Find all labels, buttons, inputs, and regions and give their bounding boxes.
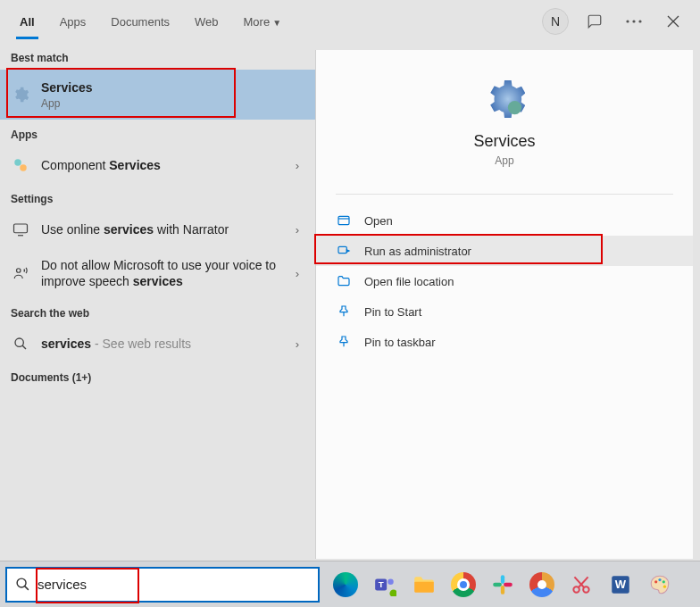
chevron-right-icon: › (290, 337, 304, 351)
action-label: Pin to Start (364, 305, 421, 319)
result-title: Component Services (41, 157, 283, 173)
svg-point-34 (658, 578, 661, 580)
taskbar-word-icon[interactable]: W (604, 568, 638, 602)
svg-point-1 (632, 20, 635, 22)
monitor-icon (11, 220, 30, 239)
pin-icon (336, 304, 352, 320)
open-icon (336, 212, 352, 229)
action-label: Open (364, 214, 393, 228)
search-tabs: All Apps Documents Web More▼ N (0, 0, 700, 43)
svg-point-12 (508, 101, 521, 114)
svg-point-2 (638, 20, 641, 22)
result-subtitle: App (41, 97, 297, 110)
action-run-admin[interactable]: Run as administrator (316, 236, 693, 266)
taskbar-paint-icon[interactable] (643, 568, 677, 602)
svg-point-5 (14, 159, 21, 166)
svg-rect-25 (501, 586, 504, 595)
svg-rect-13 (338, 216, 349, 224)
search-icon (11, 334, 30, 353)
results-panel: Best match Services App Apps Component S… (0, 43, 315, 559)
taskbar: T W (0, 561, 700, 607)
svg-point-0 (626, 20, 629, 22)
result-title: Do not allow Microsoft to use your voice… (41, 257, 283, 289)
svg-rect-23 (501, 575, 504, 584)
admin-shield-icon (336, 243, 352, 259)
action-pin-start[interactable]: Pin to Start (316, 296, 693, 327)
tab-web[interactable]: Web (182, 4, 231, 39)
svg-rect-15 (338, 246, 346, 253)
chevron-down-icon: ▼ (272, 18, 281, 28)
action-label: Run as administrator (364, 245, 471, 258)
chevron-right-icon: › (290, 267, 304, 280)
taskbar-chrome-canary-icon[interactable] (525, 568, 559, 602)
divider (336, 194, 673, 195)
taskbar-chrome-icon[interactable] (446, 568, 480, 602)
result-title: Use online services with Narrator (41, 221, 283, 237)
svg-line-11 (22, 345, 26, 349)
section-web: Search the web (0, 298, 315, 325)
result-services-app[interactable]: Services App (0, 70, 315, 120)
tab-apps[interactable]: Apps (47, 4, 99, 39)
svg-text:T: T (379, 579, 384, 589)
component-services-icon (11, 155, 30, 175)
svg-point-33 (654, 580, 657, 583)
tab-documents[interactable]: Documents (98, 4, 182, 39)
svg-text:W: W (615, 578, 627, 591)
taskbar-explorer-icon[interactable] (407, 568, 441, 602)
feedback-icon[interactable] (579, 5, 611, 37)
preview-subtitle: App (316, 154, 693, 167)
section-apps: Apps (0, 120, 315, 146)
svg-point-35 (662, 580, 665, 583)
svg-point-36 (663, 585, 666, 587)
result-title: Services (41, 79, 297, 96)
svg-point-21 (389, 589, 396, 596)
action-label: Open file location (364, 275, 454, 288)
preview-title: Services (316, 132, 693, 151)
svg-line-17 (24, 586, 28, 590)
section-settings: Settings (0, 184, 315, 211)
action-label: Pin to taskbar (364, 336, 436, 349)
action-open[interactable]: Open (316, 205, 693, 236)
action-pin-taskbar[interactable]: Pin to taskbar (316, 327, 693, 357)
svg-point-16 (17, 578, 26, 587)
folder-icon (336, 273, 352, 289)
pin-icon (336, 334, 352, 350)
svg-point-10 (15, 338, 23, 346)
services-large-icon (484, 79, 525, 120)
tab-all[interactable]: All (7, 4, 47, 39)
result-component-services[interactable]: Component Services › (0, 146, 315, 184)
svg-rect-24 (493, 582, 502, 586)
gear-icon (11, 85, 30, 104)
result-title: services - See web results (41, 336, 283, 352)
person-speak-icon (11, 263, 30, 283)
taskbar-edge-icon[interactable] (329, 568, 362, 602)
more-options-icon[interactable] (618, 5, 650, 37)
result-web-services[interactable]: services - See web results › (0, 325, 315, 362)
search-icon (7, 577, 38, 592)
user-avatar[interactable]: N (539, 5, 571, 37)
svg-point-6 (20, 164, 27, 171)
svg-point-20 (388, 578, 394, 585)
taskbar-snip-icon[interactable] (564, 568, 598, 602)
svg-rect-7 (14, 224, 28, 233)
tab-more[interactable]: More▼ (231, 4, 295, 39)
section-best-match: Best match (0, 43, 315, 70)
close-button[interactable] (657, 5, 689, 37)
action-open-location[interactable]: Open file location (316, 266, 693, 296)
taskbar-slack-icon[interactable] (486, 568, 520, 602)
section-documents: Documents (1+) (0, 362, 315, 389)
search-input[interactable] (38, 577, 318, 592)
svg-rect-22 (414, 581, 434, 592)
taskbar-teams-icon[interactable]: T (368, 568, 402, 602)
chevron-right-icon: › (290, 223, 304, 237)
preview-panel: Services App Open Run as administrator O… (315, 50, 693, 559)
chevron-right-icon: › (290, 159, 304, 172)
svg-rect-26 (504, 582, 512, 586)
svg-point-9 (17, 269, 21, 273)
result-narrator-services[interactable]: Use online services with Narrator › (0, 211, 315, 248)
search-box[interactable] (5, 567, 320, 603)
result-speech-services[interactable]: Do not allow Microsoft to use your voice… (0, 248, 315, 298)
